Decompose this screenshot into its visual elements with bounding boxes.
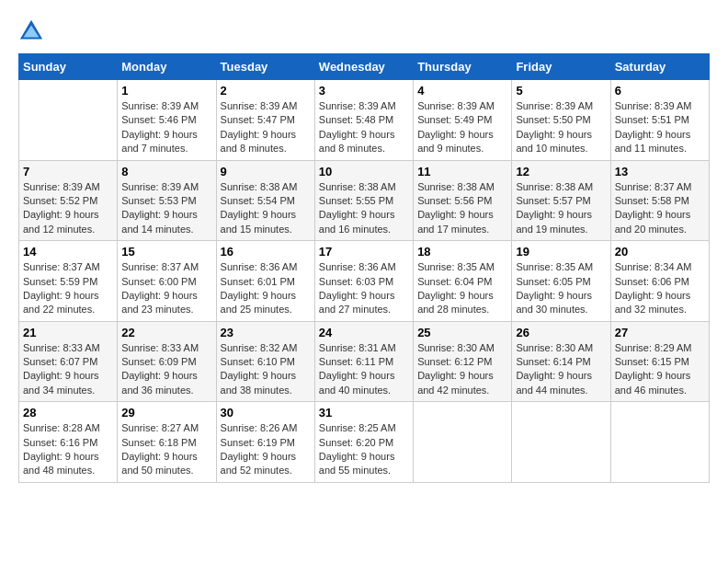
logo-icon	[18, 18, 44, 44]
header-monday: Monday	[118, 54, 216, 80]
day-cell: 30Sunrise: 8:26 AM Sunset: 6:19 PM Dayli…	[216, 402, 314, 483]
day-number: 9	[221, 165, 311, 178]
day-info: Sunrise: 8:39 AM Sunset: 5:46 PM Dayligh…	[121, 99, 211, 156]
day-cell: 8Sunrise: 8:39 AM Sunset: 5:53 PM Daylig…	[118, 160, 216, 241]
day-cell: 10Sunrise: 8:38 AM Sunset: 5:55 PM Dayli…	[314, 160, 413, 241]
day-number: 8	[121, 165, 211, 178]
day-info: Sunrise: 8:30 AM Sunset: 6:12 PM Dayligh…	[417, 341, 507, 398]
day-number: 6	[615, 84, 705, 98]
day-info: Sunrise: 8:38 AM Sunset: 5:57 PM Dayligh…	[516, 180, 606, 237]
day-cell: 29Sunrise: 8:27 AM Sunset: 6:18 PM Dayli…	[118, 402, 216, 483]
week-row-4: 28Sunrise: 8:28 AM Sunset: 6:16 PM Dayli…	[19, 402, 710, 483]
day-number: 29	[121, 406, 211, 419]
day-number: 4	[417, 84, 507, 98]
day-cell: 26Sunrise: 8:30 AM Sunset: 6:14 PM Dayli…	[512, 321, 610, 402]
day-number: 27	[615, 326, 705, 339]
day-info: Sunrise: 8:37 AM Sunset: 5:58 PM Dayligh…	[615, 180, 705, 237]
day-cell: 21Sunrise: 8:33 AM Sunset: 6:07 PM Dayli…	[19, 321, 118, 402]
day-number: 19	[516, 245, 606, 259]
day-cell	[512, 402, 610, 483]
day-cell: 18Sunrise: 8:35 AM Sunset: 6:04 PM Dayli…	[414, 241, 512, 322]
day-cell: 24Sunrise: 8:31 AM Sunset: 6:11 PM Dayli…	[314, 321, 413, 402]
day-cell: 22Sunrise: 8:33 AM Sunset: 6:09 PM Dayli…	[118, 321, 216, 402]
header-wednesday: Wednesday	[314, 54, 413, 80]
calendar-table: SundayMondayTuesdayWednesdayThursdayFrid…	[18, 53, 710, 483]
day-info: Sunrise: 8:39 AM Sunset: 5:51 PM Dayligh…	[615, 99, 705, 156]
day-cell: 28Sunrise: 8:28 AM Sunset: 6:16 PM Dayli…	[19, 402, 118, 483]
day-info: Sunrise: 8:26 AM Sunset: 6:19 PM Dayligh…	[221, 421, 311, 478]
day-cell: 6Sunrise: 8:39 AM Sunset: 5:51 PM Daylig…	[610, 80, 709, 161]
week-row-3: 21Sunrise: 8:33 AM Sunset: 6:07 PM Dayli…	[19, 321, 710, 402]
day-number: 10	[319, 165, 409, 178]
day-number: 23	[221, 326, 311, 339]
day-info: Sunrise: 8:25 AM Sunset: 6:20 PM Dayligh…	[319, 421, 409, 478]
day-info: Sunrise: 8:30 AM Sunset: 6:14 PM Dayligh…	[516, 341, 606, 398]
day-cell	[19, 80, 118, 161]
day-cell: 12Sunrise: 8:38 AM Sunset: 5:57 PM Dayli…	[512, 160, 610, 241]
header-row: SundayMondayTuesdayWednesdayThursdayFrid…	[19, 54, 710, 80]
header-saturday: Saturday	[610, 54, 709, 80]
day-number: 25	[417, 326, 507, 339]
day-info: Sunrise: 8:36 AM Sunset: 6:03 PM Dayligh…	[319, 260, 409, 317]
day-cell: 13Sunrise: 8:37 AM Sunset: 5:58 PM Dayli…	[610, 160, 709, 241]
day-cell	[610, 402, 709, 483]
day-info: Sunrise: 8:38 AM Sunset: 5:55 PM Dayligh…	[319, 180, 409, 237]
day-info: Sunrise: 8:39 AM Sunset: 5:53 PM Dayligh…	[121, 180, 211, 237]
day-number: 3	[319, 84, 409, 98]
day-info: Sunrise: 8:35 AM Sunset: 6:04 PM Dayligh…	[417, 260, 507, 317]
day-number: 30	[221, 406, 311, 419]
day-number: 16	[221, 245, 311, 259]
day-number: 11	[417, 165, 507, 178]
day-cell: 31Sunrise: 8:25 AM Sunset: 6:20 PM Dayli…	[314, 402, 413, 483]
day-info: Sunrise: 8:39 AM Sunset: 5:47 PM Dayligh…	[221, 99, 311, 156]
day-cell: 15Sunrise: 8:37 AM Sunset: 6:00 PM Dayli…	[118, 241, 216, 322]
day-cell: 25Sunrise: 8:30 AM Sunset: 6:12 PM Dayli…	[414, 321, 512, 402]
day-cell: 9Sunrise: 8:38 AM Sunset: 5:54 PM Daylig…	[216, 160, 314, 241]
day-cell: 19Sunrise: 8:35 AM Sunset: 6:05 PM Dayli…	[512, 241, 610, 322]
day-info: Sunrise: 8:32 AM Sunset: 6:10 PM Dayligh…	[221, 341, 311, 398]
day-cell: 27Sunrise: 8:29 AM Sunset: 6:15 PM Dayli…	[610, 321, 709, 402]
day-number: 13	[615, 165, 705, 178]
day-number: 7	[23, 165, 113, 178]
day-info: Sunrise: 8:34 AM Sunset: 6:06 PM Dayligh…	[615, 260, 705, 317]
day-cell: 14Sunrise: 8:37 AM Sunset: 5:59 PM Dayli…	[19, 241, 118, 322]
day-number: 21	[23, 326, 113, 339]
day-info: Sunrise: 8:33 AM Sunset: 6:07 PM Dayligh…	[23, 341, 113, 398]
day-number: 26	[516, 326, 606, 339]
day-cell: 23Sunrise: 8:32 AM Sunset: 6:10 PM Dayli…	[216, 321, 314, 402]
day-cell: 2Sunrise: 8:39 AM Sunset: 5:47 PM Daylig…	[216, 80, 314, 161]
day-info: Sunrise: 8:39 AM Sunset: 5:50 PM Dayligh…	[516, 99, 606, 156]
header-thursday: Thursday	[414, 54, 512, 80]
header-tuesday: Tuesday	[216, 54, 314, 80]
day-cell: 1Sunrise: 8:39 AM Sunset: 5:46 PM Daylig…	[118, 80, 216, 161]
day-number: 5	[516, 84, 606, 98]
page-header	[18, 18, 710, 44]
day-number: 14	[23, 245, 113, 259]
day-cell: 5Sunrise: 8:39 AM Sunset: 5:50 PM Daylig…	[512, 80, 610, 161]
day-cell	[414, 402, 512, 483]
header-friday: Friday	[512, 54, 610, 80]
week-row-1: 7Sunrise: 8:39 AM Sunset: 5:52 PM Daylig…	[19, 160, 710, 241]
logo	[18, 18, 48, 44]
day-number: 1	[121, 84, 211, 98]
day-cell: 7Sunrise: 8:39 AM Sunset: 5:52 PM Daylig…	[19, 160, 118, 241]
day-info: Sunrise: 8:29 AM Sunset: 6:15 PM Dayligh…	[615, 341, 705, 398]
day-info: Sunrise: 8:36 AM Sunset: 6:01 PM Dayligh…	[221, 260, 311, 317]
day-info: Sunrise: 8:31 AM Sunset: 6:11 PM Dayligh…	[319, 341, 409, 398]
day-number: 12	[516, 165, 606, 178]
day-info: Sunrise: 8:33 AM Sunset: 6:09 PM Dayligh…	[121, 341, 211, 398]
day-number: 24	[319, 326, 409, 339]
day-info: Sunrise: 8:28 AM Sunset: 6:16 PM Dayligh…	[23, 421, 113, 478]
week-row-2: 14Sunrise: 8:37 AM Sunset: 5:59 PM Dayli…	[19, 241, 710, 322]
day-cell: 16Sunrise: 8:36 AM Sunset: 6:01 PM Dayli…	[216, 241, 314, 322]
day-info: Sunrise: 8:27 AM Sunset: 6:18 PM Dayligh…	[121, 421, 211, 478]
day-info: Sunrise: 8:35 AM Sunset: 6:05 PM Dayligh…	[516, 260, 606, 317]
week-row-0: 1Sunrise: 8:39 AM Sunset: 5:46 PM Daylig…	[19, 80, 710, 161]
header-sunday: Sunday	[19, 54, 118, 80]
day-cell: 3Sunrise: 8:39 AM Sunset: 5:48 PM Daylig…	[314, 80, 413, 161]
day-number: 28	[23, 406, 113, 419]
day-cell: 4Sunrise: 8:39 AM Sunset: 5:49 PM Daylig…	[414, 80, 512, 161]
day-number: 22	[121, 326, 211, 339]
day-number: 2	[221, 84, 311, 98]
day-number: 18	[417, 245, 507, 259]
